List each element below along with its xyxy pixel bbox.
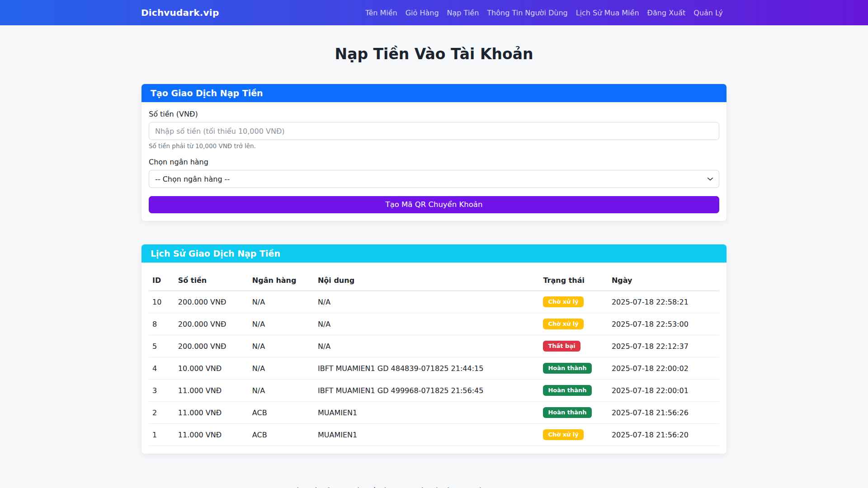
create-qr-button[interactable]: Tạo Mã QR Chuyển Khoản: [149, 196, 719, 213]
cell-bank: N/A: [249, 380, 314, 402]
nav-link-nạp-tiền[interactable]: Nạp Tiền: [443, 5, 483, 21]
nav-link-quản-lý[interactable]: Quản Lý: [689, 5, 727, 21]
cell-status: Chờ xử lý: [539, 291, 608, 313]
cell-date: 2025-07-18 22:12:37: [608, 335, 719, 357]
status-badge: Chờ xử lý: [543, 429, 583, 440]
cell-content: IBFT MUAMIEN1 GD 484839-071825 21:44:15: [314, 357, 540, 380]
amount-label: Số tiền (VNĐ): [149, 110, 719, 118]
table-row: 4 10.000 VNĐ N/A IBFT MUAMIEN1 GD 484839…: [149, 357, 719, 380]
deposit-form-card: Tạo Giao Dịch Nạp Tiền Số tiền (VNĐ) Số …: [141, 84, 727, 221]
column-header: Ngày: [608, 270, 719, 291]
column-header: Nội dung: [314, 270, 540, 291]
column-header: Số tiền: [175, 270, 249, 291]
amount-hint: Số tiền phải từ 10,000 VNĐ trở lên.: [149, 142, 719, 150]
cell-content: MUAMIEN1: [314, 402, 540, 424]
table-row: 3 11.000 VNĐ N/A IBFT MUAMIEN1 GD 499968…: [149, 380, 719, 402]
cell-bank: N/A: [249, 291, 314, 313]
history-header: Lịch Sử Giao Dịch Nạp Tiền: [142, 244, 726, 263]
cell-bank: ACB: [249, 424, 314, 446]
table-row: 8 200.000 VNĐ N/A N/A Chờ xử lý 2025-07-…: [149, 313, 719, 335]
cell-amount: 11.000 VNĐ: [175, 424, 249, 446]
cell-status: Chờ xử lý: [539, 313, 608, 335]
table-row: 10 200.000 VNĐ N/A N/A Chờ xử lý 2025-07…: [149, 291, 719, 313]
history-card: Lịch Sử Giao Dịch Nạp Tiền IDSố tiềnNgân…: [141, 244, 727, 454]
cell-amount: 200.000 VNĐ: [175, 313, 249, 335]
nav-link-tên-miền[interactable]: Tên Miền: [361, 5, 401, 21]
cell-amount: 200.000 VNĐ: [175, 291, 249, 313]
nav-link-giỏ-hàng[interactable]: Giỏ Hàng: [401, 5, 443, 21]
cell-bank: ACB: [249, 402, 314, 424]
nav-link-thông-tin-người-dùng[interactable]: Thông Tin Người Dùng: [483, 5, 571, 21]
cell-status: Thất bại: [539, 335, 608, 357]
column-header: Trạng thái: [539, 270, 608, 291]
column-header: ID: [149, 270, 175, 291]
cell-date: 2025-07-18 21:56:26: [608, 402, 719, 424]
cell-content: N/A: [314, 335, 540, 357]
table-row: 5 200.000 VNĐ N/A N/A Thất bại 2025-07-1…: [149, 335, 719, 357]
column-header: Ngân hàng: [249, 270, 314, 291]
status-badge: Chờ xử lý: [543, 319, 583, 329]
status-badge: Hoàn thành: [543, 363, 591, 374]
cell-content: N/A: [314, 313, 540, 335]
cell-id: 8: [149, 313, 175, 335]
cell-amount: 11.000 VNĐ: [175, 380, 249, 402]
cell-date: 2025-07-18 22:00:02: [608, 357, 719, 380]
cell-bank: N/A: [249, 335, 314, 357]
cell-content: N/A: [314, 291, 540, 313]
cell-amount: 10.000 VNĐ: [175, 357, 249, 380]
cell-amount: 200.000 VNĐ: [175, 335, 249, 357]
cell-id: 4: [149, 357, 175, 380]
deposit-form-body: Số tiền (VNĐ) Số tiền phải từ 10,000 VNĐ…: [142, 102, 726, 221]
table-row: 2 11.000 VNĐ ACB MUAMIEN1 Hoàn thành 202…: [149, 402, 719, 424]
navbar: Dichvudark.vip Tên MiềnGiỏ HàngNạp TiềnT…: [0, 0, 868, 25]
cell-amount: 11.000 VNĐ: [175, 402, 249, 424]
brand-logo[interactable]: Dichvudark.vip: [141, 7, 219, 18]
cell-id: 3: [149, 380, 175, 402]
deposit-form-header: Tạo Giao Dịch Nạp Tiền: [142, 84, 726, 102]
bank-select-value: -- Chọn ngân hàng --: [155, 175, 230, 183]
cell-bank: N/A: [249, 313, 314, 335]
table-row: 1 11.000 VNĐ ACB MUAMIEN1 Chờ xử lý 2025…: [149, 424, 719, 446]
cell-date: 2025-07-18 22:53:00: [608, 313, 719, 335]
status-badge: Chờ xử lý: [543, 296, 583, 307]
cell-date: 2025-07-18 21:56:20: [608, 424, 719, 446]
status-badge: Hoàn thành: [543, 407, 591, 418]
navbar-container: Dichvudark.vip Tên MiềnGiỏ HàngNạp TiềnT…: [136, 5, 732, 21]
nav-link-đăng-xuất[interactable]: Đăng Xuất: [643, 5, 690, 21]
cell-id: 10: [149, 291, 175, 313]
bank-select[interactable]: -- Chọn ngân hàng --: [149, 170, 719, 188]
cell-bank: N/A: [249, 357, 314, 380]
status-badge: Hoàn thành: [543, 385, 591, 396]
cell-content: MUAMIEN1: [314, 424, 540, 446]
cell-content: IBFT MUAMIEN1 GD 499968-071825 21:56:45: [314, 380, 540, 402]
nav-links: Tên MiềnGiỏ HàngNạp TiềnThông Tin Người …: [361, 5, 727, 21]
cell-date: 2025-07-18 22:00:01: [608, 380, 719, 402]
page-title: Nạp Tiền Vào Tài Khoản: [141, 45, 727, 63]
cell-status: Hoàn thành: [539, 380, 608, 402]
cell-status: Hoàn thành: [539, 402, 608, 424]
cell-status: Hoàn thành: [539, 357, 608, 380]
history-table: IDSố tiềnNgân hàngNội dungTrạng tháiNgày…: [149, 270, 719, 446]
amount-input[interactable]: [149, 122, 719, 140]
history-body: IDSố tiềnNgân hàngNội dungTrạng tháiNgày…: [142, 263, 726, 454]
cell-date: 2025-07-18 22:58:21: [608, 291, 719, 313]
cell-id: 2: [149, 402, 175, 424]
bank-label: Chọn ngân hàng: [149, 158, 719, 166]
nav-link-lịch-sử-mua-miền[interactable]: Lịch Sử Mua Miền: [572, 5, 643, 21]
table-header-row: IDSố tiềnNgân hàngNội dungTrạng tháiNgày: [149, 270, 719, 291]
cell-id: 1: [149, 424, 175, 446]
cell-status: Chờ xử lý: [539, 424, 608, 446]
status-badge: Thất bại: [543, 341, 580, 352]
cell-id: 5: [149, 335, 175, 357]
